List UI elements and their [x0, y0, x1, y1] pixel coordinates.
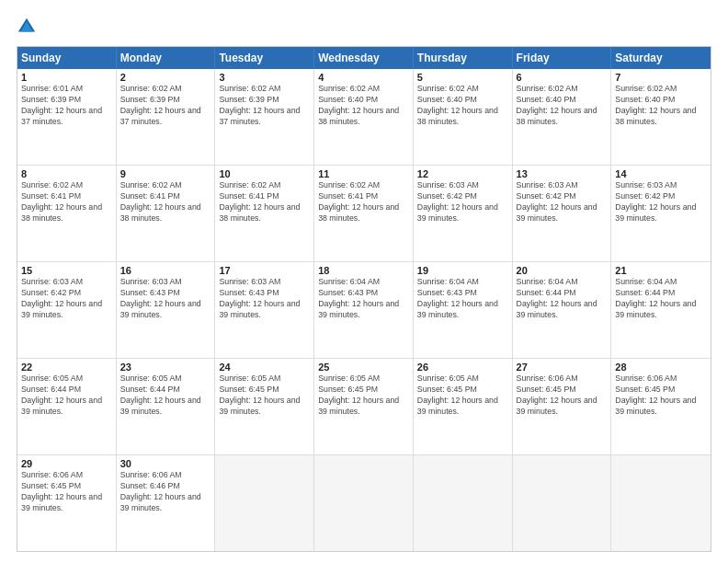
day-cell-10: 10Sunrise: 6:02 AMSunset: 6:41 PMDayligh…	[215, 166, 314, 261]
day-number-8: 8	[21, 168, 112, 179]
week-row-5: 29Sunrise: 6:06 AMSunset: 6:45 PMDayligh…	[17, 454, 711, 551]
day-cell-13: 13Sunrise: 6:03 AMSunset: 6:42 PMDayligh…	[513, 166, 612, 261]
day-cell-28: 28Sunrise: 6:06 AMSunset: 6:45 PMDayligh…	[611, 359, 711, 454]
day-cell-20: 20Sunrise: 6:04 AMSunset: 6:44 PMDayligh…	[513, 262, 612, 358]
day-number-3: 3	[219, 72, 310, 83]
day-info-29: Sunrise: 6:06 AMSunset: 6:45 PMDaylight:…	[21, 470, 112, 514]
day-info-24: Sunrise: 6:05 AMSunset: 6:45 PMDaylight:…	[219, 373, 310, 418]
day-cell-11: 11Sunrise: 6:02 AMSunset: 6:41 PMDayligh…	[314, 166, 414, 261]
day-cell-19: 19Sunrise: 6:04 AMSunset: 6:43 PMDayligh…	[414, 262, 513, 358]
day-info-22: Sunrise: 6:05 AMSunset: 6:44 PMDaylight:…	[21, 373, 112, 418]
header-tuesday: Tuesday	[215, 47, 314, 69]
week-row-3: 15Sunrise: 6:03 AMSunset: 6:42 PMDayligh…	[17, 261, 711, 358]
header-sunday: Sunday	[17, 47, 117, 69]
day-number-2: 2	[120, 72, 211, 83]
day-info-14: Sunrise: 6:03 AMSunset: 6:42 PMDaylight:…	[615, 180, 707, 224]
day-number-4: 4	[318, 72, 409, 83]
day-number-13: 13	[517, 168, 608, 179]
day-cell-2: 2Sunrise: 6:02 AMSunset: 6:39 PMDaylight…	[117, 69, 216, 165]
day-cell-22: 22Sunrise: 6:05 AMSunset: 6:44 PMDayligh…	[17, 359, 117, 454]
week-row-1: 1Sunrise: 6:01 AMSunset: 6:39 PMDaylight…	[17, 69, 711, 165]
day-info-15: Sunrise: 6:03 AMSunset: 6:42 PMDaylight:…	[21, 277, 112, 321]
header-monday: Monday	[117, 47, 216, 69]
day-cell-9: 9Sunrise: 6:02 AMSunset: 6:41 PMDaylight…	[117, 166, 216, 261]
day-cell-8: 8Sunrise: 6:02 AMSunset: 6:41 PMDaylight…	[17, 166, 117, 261]
day-cell-3: 3Sunrise: 6:02 AMSunset: 6:39 PMDaylight…	[215, 69, 314, 165]
logo	[17, 17, 40, 37]
empty-cell-w4-d4	[414, 455, 513, 551]
day-cell-15: 15Sunrise: 6:03 AMSunset: 6:42 PMDayligh…	[17, 262, 117, 358]
day-cell-30: 30Sunrise: 6:06 AMSunset: 6:46 PMDayligh…	[117, 455, 216, 551]
day-cell-24: 24Sunrise: 6:05 AMSunset: 6:45 PMDayligh…	[215, 359, 314, 454]
page: Sunday Monday Tuesday Wednesday Thursday…	[0, 0, 728, 563]
day-info-21: Sunrise: 6:04 AMSunset: 6:44 PMDaylight:…	[615, 277, 707, 321]
day-cell-26: 26Sunrise: 6:05 AMSunset: 6:45 PMDayligh…	[414, 359, 513, 454]
header-friday: Friday	[513, 47, 612, 69]
day-number-12: 12	[417, 168, 508, 179]
day-number-20: 20	[517, 265, 608, 276]
day-cell-4: 4Sunrise: 6:02 AMSunset: 6:40 PMDaylight…	[314, 69, 414, 165]
week-row-2: 8Sunrise: 6:02 AMSunset: 6:41 PMDaylight…	[17, 165, 711, 261]
day-info-4: Sunrise: 6:02 AMSunset: 6:40 PMDaylight:…	[318, 84, 409, 128]
day-number-11: 11	[318, 168, 409, 179]
day-info-17: Sunrise: 6:03 AMSunset: 6:43 PMDaylight:…	[219, 277, 310, 321]
header-thursday: Thursday	[414, 47, 513, 69]
empty-cell-w4-d6	[611, 455, 711, 551]
day-cell-25: 25Sunrise: 6:05 AMSunset: 6:45 PMDayligh…	[314, 359, 414, 454]
header-saturday: Saturday	[611, 47, 711, 69]
calendar-header: Sunday Monday Tuesday Wednesday Thursday…	[17, 47, 711, 69]
day-number-6: 6	[517, 72, 608, 83]
day-info-28: Sunrise: 6:06 AMSunset: 6:45 PMDaylight:…	[615, 373, 707, 418]
day-number-30: 30	[120, 458, 211, 469]
empty-cell-w4-d2	[215, 455, 314, 551]
day-number-18: 18	[318, 265, 409, 276]
day-cell-5: 5Sunrise: 6:02 AMSunset: 6:40 PMDaylight…	[414, 69, 513, 165]
day-number-21: 21	[615, 265, 707, 276]
day-info-26: Sunrise: 6:05 AMSunset: 6:45 PMDaylight:…	[417, 373, 508, 418]
day-number-24: 24	[219, 362, 310, 373]
day-cell-12: 12Sunrise: 6:03 AMSunset: 6:42 PMDayligh…	[414, 166, 513, 261]
day-number-15: 15	[21, 265, 112, 276]
empty-cell-w4-d3	[314, 455, 414, 551]
day-info-2: Sunrise: 6:02 AMSunset: 6:39 PMDaylight:…	[120, 84, 211, 128]
day-cell-18: 18Sunrise: 6:04 AMSunset: 6:43 PMDayligh…	[314, 262, 414, 358]
day-info-6: Sunrise: 6:02 AMSunset: 6:40 PMDaylight:…	[517, 84, 608, 128]
day-info-9: Sunrise: 6:02 AMSunset: 6:41 PMDaylight:…	[120, 180, 211, 224]
day-info-23: Sunrise: 6:05 AMSunset: 6:44 PMDaylight:…	[120, 373, 211, 418]
day-number-23: 23	[120, 362, 211, 373]
day-number-25: 25	[318, 362, 409, 373]
day-cell-17: 17Sunrise: 6:03 AMSunset: 6:43 PMDayligh…	[215, 262, 314, 358]
day-cell-23: 23Sunrise: 6:05 AMSunset: 6:44 PMDayligh…	[117, 359, 216, 454]
day-info-20: Sunrise: 6:04 AMSunset: 6:44 PMDaylight:…	[517, 277, 608, 321]
day-cell-6: 6Sunrise: 6:02 AMSunset: 6:40 PMDaylight…	[513, 69, 612, 165]
day-info-16: Sunrise: 6:03 AMSunset: 6:43 PMDaylight:…	[120, 277, 211, 321]
day-cell-1: 1Sunrise: 6:01 AMSunset: 6:39 PMDaylight…	[17, 69, 117, 165]
day-cell-21: 21Sunrise: 6:04 AMSunset: 6:44 PMDayligh…	[611, 262, 711, 358]
day-info-1: Sunrise: 6:01 AMSunset: 6:39 PMDaylight:…	[21, 84, 112, 128]
header-wednesday: Wednesday	[314, 47, 414, 69]
day-info-12: Sunrise: 6:03 AMSunset: 6:42 PMDaylight:…	[417, 180, 508, 224]
day-info-11: Sunrise: 6:02 AMSunset: 6:41 PMDaylight:…	[318, 180, 409, 224]
logo-icon	[17, 17, 37, 37]
day-info-13: Sunrise: 6:03 AMSunset: 6:42 PMDaylight:…	[517, 180, 608, 224]
day-number-16: 16	[120, 265, 211, 276]
day-info-10: Sunrise: 6:02 AMSunset: 6:41 PMDaylight:…	[219, 180, 310, 224]
day-number-7: 7	[615, 72, 707, 83]
day-number-29: 29	[21, 458, 112, 469]
day-info-19: Sunrise: 6:04 AMSunset: 6:43 PMDaylight:…	[417, 277, 508, 321]
day-info-27: Sunrise: 6:06 AMSunset: 6:45 PMDaylight:…	[517, 373, 608, 418]
calendar: Sunday Monday Tuesday Wednesday Thursday…	[17, 46, 711, 552]
day-cell-29: 29Sunrise: 6:06 AMSunset: 6:45 PMDayligh…	[17, 455, 117, 551]
calendar-body: 1Sunrise: 6:01 AMSunset: 6:39 PMDaylight…	[17, 69, 711, 551]
day-cell-16: 16Sunrise: 6:03 AMSunset: 6:43 PMDayligh…	[117, 262, 216, 358]
day-cell-14: 14Sunrise: 6:03 AMSunset: 6:42 PMDayligh…	[611, 166, 711, 261]
day-info-7: Sunrise: 6:02 AMSunset: 6:40 PMDaylight:…	[615, 84, 707, 128]
day-number-26: 26	[417, 362, 508, 373]
day-number-9: 9	[120, 168, 211, 179]
header-area	[17, 17, 711, 37]
day-number-10: 10	[219, 168, 310, 179]
day-number-22: 22	[21, 362, 112, 373]
day-info-18: Sunrise: 6:04 AMSunset: 6:43 PMDaylight:…	[318, 277, 409, 321]
day-info-25: Sunrise: 6:05 AMSunset: 6:45 PMDaylight:…	[318, 373, 409, 418]
day-number-1: 1	[21, 72, 112, 83]
